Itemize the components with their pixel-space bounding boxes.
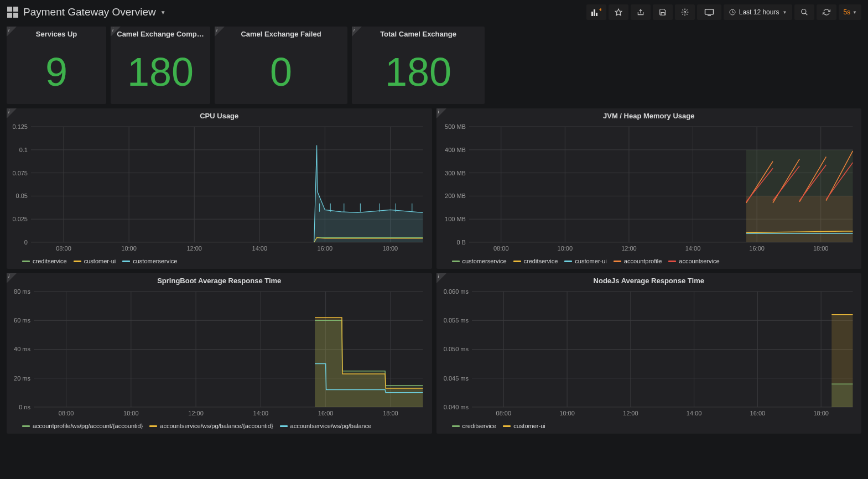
svg-text:500 MB: 500 MB xyxy=(445,123,466,130)
legend-item[interactable]: creditservice xyxy=(452,423,497,429)
caret-down-icon: ▼ xyxy=(853,10,857,15)
topbar: Payment Gateway Overview ▼ + Last 12 hou… xyxy=(0,0,868,24)
cpu-chart[interactable]: 00.0250.050.0750.10.12508:0010:0012:0014… xyxy=(9,123,427,252)
svg-text:12:00: 12:00 xyxy=(623,410,638,416)
panel-menu-handle[interactable] xyxy=(7,273,17,283)
svg-rect-10 xyxy=(705,9,713,14)
panel-menu-handle[interactable] xyxy=(436,108,446,118)
panel-camel-total[interactable]: Total Camel Exchange 180 xyxy=(352,27,485,104)
panel-title: CPU Usage xyxy=(7,108,432,121)
legend-swatch xyxy=(22,425,30,427)
legend-item[interactable]: accountprofile xyxy=(614,258,662,264)
dashboard-icon xyxy=(7,6,19,18)
svg-text:16:00: 16:00 xyxy=(318,410,334,416)
legend-label: customer-ui xyxy=(84,258,116,264)
cycle-view-button[interactable] xyxy=(697,4,721,20)
legend-item[interactable]: accountservice xyxy=(668,258,719,264)
svg-text:14:00: 14:00 xyxy=(253,410,269,416)
legend-item[interactable]: customer-ui xyxy=(503,423,545,429)
panel-cpu-usage[interactable]: CPU Usage 00.0250.050.0750.10.12508:0010… xyxy=(7,108,432,269)
svg-text:12:00: 12:00 xyxy=(188,410,203,416)
legend-item[interactable]: customerservice xyxy=(122,258,177,264)
panel-springboot-response[interactable]: SpringBoot Average Response Time 0 ns20 … xyxy=(7,273,432,434)
legend-item[interactable]: creditservice xyxy=(22,258,67,264)
settings-button[interactable] xyxy=(675,4,695,20)
legend-item[interactable]: customerservice xyxy=(452,258,507,264)
panel-menu-handle[interactable] xyxy=(352,27,362,37)
legend-label: customer-ui xyxy=(513,423,545,429)
panel-menu-handle[interactable] xyxy=(111,27,121,37)
panel-menu-handle[interactable] xyxy=(215,27,225,37)
share-button[interactable] xyxy=(631,4,651,20)
legend-item[interactable]: accountprofile/ws/pg/account/{accountid} xyxy=(22,423,143,429)
svg-text:16:00: 16:00 xyxy=(749,245,765,252)
legend-item[interactable]: customer-ui xyxy=(564,258,606,264)
add-panel-button[interactable]: + xyxy=(586,4,606,20)
svg-text:18:00: 18:00 xyxy=(383,245,398,252)
jvm-chart[interactable]: 0 B100 MB200 MB300 MB400 MB500 MB08:0010… xyxy=(439,123,856,252)
svg-text:18:00: 18:00 xyxy=(813,410,829,416)
svg-text:10:00: 10:00 xyxy=(557,245,572,252)
svg-text:100 MB: 100 MB xyxy=(445,216,466,222)
legend-item[interactable]: customer-ui xyxy=(74,258,116,264)
panel-camel-failed[interactable]: Camel Exchange Failed 0 xyxy=(215,27,347,104)
svg-text:300 MB: 300 MB xyxy=(445,170,466,176)
panel-title: Camel Exchange Comp… xyxy=(117,27,204,39)
legend-item[interactable]: creditservice xyxy=(513,258,558,264)
svg-text:14:00: 14:00 xyxy=(686,410,701,416)
node-chart[interactable]: 0.040 ms0.045 ms0.050 ms0.055 ms0.060 ms… xyxy=(439,288,856,417)
panel-services-up[interactable]: Services Up 9 xyxy=(7,27,106,104)
panel-title: JVM / Heap Memory Usage xyxy=(436,108,862,121)
svg-text:08:00: 08:00 xyxy=(493,245,509,252)
svg-text:18:00: 18:00 xyxy=(383,410,398,416)
stat-value: 180 xyxy=(385,39,451,104)
caret-down-icon: ▼ xyxy=(782,10,787,15)
svg-text:0.1: 0.1 xyxy=(19,147,28,153)
zoom-out-button[interactable] xyxy=(794,4,814,20)
legend-label: accountservice/ws/pg/balance/{accountid} xyxy=(160,423,273,429)
svg-text:+: + xyxy=(599,8,601,13)
svg-rect-3 xyxy=(13,13,18,18)
dashboard-title-dropdown[interactable]: Payment Gateway Overview ▼ xyxy=(23,6,166,18)
svg-text:0 ns: 0 ns xyxy=(19,404,30,410)
star-button[interactable] xyxy=(609,4,628,20)
save-button[interactable] xyxy=(653,4,673,20)
caret-down-icon: ▼ xyxy=(160,9,166,15)
legend-label: accountprofile xyxy=(624,258,662,264)
time-range-label: Last 12 hours xyxy=(739,8,779,16)
panel-title: Camel Exchange Failed xyxy=(241,27,321,39)
panel-camel-completed[interactable]: Camel Exchange Comp… 180 xyxy=(111,27,210,104)
svg-rect-2 xyxy=(7,13,12,18)
spring-chart[interactable]: 0 ns20 ms40 ms60 ms80 ms08:0010:0012:001… xyxy=(9,288,427,417)
svg-text:0.060 ms: 0.060 ms xyxy=(443,288,469,295)
panel-menu-handle[interactable] xyxy=(7,108,17,118)
legend-swatch xyxy=(452,261,460,262)
legend-item[interactable]: accountservice/ws/pg/balance/{accountid} xyxy=(149,423,273,429)
legend-label: customerservice xyxy=(462,258,507,264)
toolbar: + Last 12 hours ▼ 5s▼ xyxy=(586,4,861,20)
legend-item[interactable]: accountservice/ws/pg/balance xyxy=(280,423,372,429)
svg-text:0.075: 0.075 xyxy=(12,170,28,176)
svg-marker-8 xyxy=(615,9,622,15)
legend: accountprofile/ws/pg/account/{accountid}… xyxy=(7,419,432,434)
panel-title: SpringBoot Average Response Time xyxy=(7,273,432,286)
svg-text:0.125: 0.125 xyxy=(12,123,28,130)
panel-jvm-memory[interactable]: JVM / Heap Memory Usage 0 B100 MB200 MB3… xyxy=(436,108,862,269)
legend-swatch xyxy=(452,425,460,427)
svg-text:14:00: 14:00 xyxy=(685,245,700,252)
svg-text:0.050 ms: 0.050 ms xyxy=(443,346,469,353)
stat-value: 180 xyxy=(127,39,194,104)
svg-text:400 MB: 400 MB xyxy=(445,147,466,153)
panel-menu-handle[interactable] xyxy=(7,27,17,37)
svg-text:60 ms: 60 ms xyxy=(14,317,30,324)
refresh-button[interactable] xyxy=(817,4,836,20)
time-range-picker[interactable]: Last 12 hours ▼ xyxy=(724,4,793,20)
legend-label: customer-ui xyxy=(575,258,606,264)
svg-rect-6 xyxy=(596,13,597,16)
refresh-interval-dropdown[interactable]: 5s▼ xyxy=(839,4,861,20)
panel-nodejs-response[interactable]: NodeJs Average Response Time 0.040 ms0.0… xyxy=(436,273,862,434)
panel-menu-handle[interactable] xyxy=(436,273,446,283)
legend-swatch xyxy=(614,261,621,262)
svg-text:10:00: 10:00 xyxy=(559,410,575,416)
svg-text:0: 0 xyxy=(24,239,28,246)
